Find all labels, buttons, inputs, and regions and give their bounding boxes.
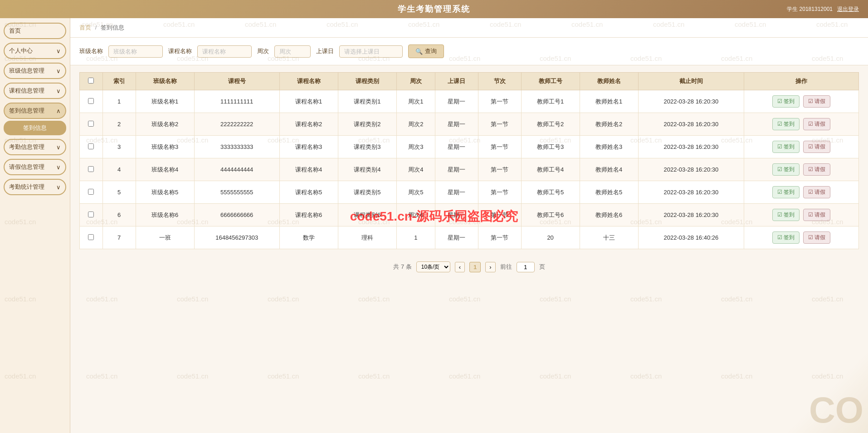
col-class-name: 班级名称 (136, 73, 194, 90)
week-search-input[interactable] (274, 45, 311, 58)
row-index: 1 (102, 90, 136, 113)
row-checkbox[interactable] (80, 181, 103, 204)
col-action: 操作 (744, 73, 858, 90)
sidebar-item-class: 班级信息管理 ∨ (4, 63, 66, 79)
row-actions: ☑ 签到 ☑ 请假 (744, 204, 858, 226)
row-week: 周次3 (396, 136, 435, 158)
class-search-label: 班级名称 (79, 47, 103, 55)
next-page-button[interactable]: › (485, 262, 495, 272)
row-course-type: 课程类别3 (338, 136, 396, 158)
page-size-select[interactable]: 10条/页 20条/页 50条/页 (416, 261, 450, 272)
col-checkbox (80, 73, 103, 90)
home-button[interactable]: 首页 (4, 23, 66, 39)
row-teacher-name: 教师姓名3 (580, 136, 638, 158)
table-area: 索引 班级名称 课程号 课程名称 课程类别 周次 上课日 节次 教师工号 教师姓… (70, 65, 868, 256)
leave-button[interactable]: ☑ 请假 (803, 209, 830, 221)
row-checkbox[interactable] (80, 113, 103, 136)
row-class-name: 班级名称1 (136, 90, 194, 113)
checkin-sub-button[interactable]: 签到信息 (4, 121, 66, 135)
col-index: 索引 (102, 73, 136, 90)
attendance-info-button[interactable]: 考勤信息管理 ∨ (4, 139, 66, 155)
leave-button[interactable]: ☑ 请假 (803, 118, 830, 130)
row-select-checkbox[interactable] (88, 143, 94, 149)
course-name-search-input[interactable] (197, 45, 252, 58)
leave-button[interactable]: ☑ 请假 (803, 95, 830, 108)
username: 学生 20181312001 (787, 5, 833, 13)
row-checkbox[interactable] (80, 204, 103, 226)
signin-button[interactable]: ☑ 签到 (772, 141, 800, 153)
col-deadline: 截止时间 (638, 73, 744, 90)
sidebar: 首页 个人中心 ∨ 班级信息管理 ∨ 课程信息管理 ∨ 签到信息管理 (0, 18, 70, 433)
course-info-button[interactable]: 课程信息管理 ∨ (4, 83, 66, 99)
row-select-checkbox[interactable] (88, 189, 94, 195)
goto-page-input[interactable] (517, 262, 535, 272)
leave-info-button[interactable]: 请假信息管理 ∨ (4, 159, 66, 175)
app-title: 学生考勤管理系统 (398, 4, 470, 15)
select-all-checkbox[interactable] (88, 78, 94, 84)
leave-button[interactable]: ☑ 请假 (803, 231, 830, 244)
table-row: 1 班级名称1 1111111111 课程名称1 课程类别1 周次1 星期一 第… (80, 90, 859, 113)
row-teacher-no: 教师工号4 (521, 158, 580, 181)
leave-button[interactable]: ☑ 请假 (803, 186, 830, 198)
breadcrumb-home[interactable]: 首页 (79, 24, 91, 31)
row-teacher-name: 教师姓名6 (580, 204, 638, 226)
sidebar-item-attendance: 考勤信息管理 ∨ (4, 139, 66, 155)
leave-button[interactable]: ☑ 请假 (803, 141, 830, 153)
row-checkbox[interactable] (80, 158, 103, 181)
date-search-label: 上课日 (316, 47, 334, 55)
sidebar-item-stats: 考勤统计管理 ∨ (4, 179, 66, 195)
goto-label: 前往 (500, 263, 512, 271)
chevron-down-icon: ∨ (56, 88, 61, 94)
chevron-down-icon: ∨ (56, 144, 61, 151)
row-select-checkbox[interactable] (88, 121, 94, 127)
prev-page-button[interactable]: ‹ (455, 262, 465, 272)
row-teacher-no: 教师工号2 (521, 113, 580, 136)
row-select-checkbox[interactable] (88, 212, 94, 217)
col-teacher-name: 教师姓名 (580, 73, 638, 90)
class-info-button[interactable]: 班级信息管理 ∨ (4, 63, 66, 79)
table-row: 6 班级名称6 6666666666 课程名称6 课程类别6 周次6 星期一 第… (80, 204, 859, 226)
checkin-sub-menu: 签到信息 (4, 121, 66, 135)
row-course-type: 课程类别4 (338, 158, 396, 181)
breadcrumb: 首页 / 签到信息 (70, 18, 868, 38)
row-class-name: 一班 (136, 226, 194, 249)
signin-button[interactable]: ☑ 签到 (772, 209, 800, 221)
row-checkbox[interactable] (80, 226, 103, 249)
table-row: 5 班级名称5 5555555555 课程名称5 课程类别5 周次5 星期一 第… (80, 181, 859, 204)
breadcrumb-separator: / (95, 24, 98, 31)
class-search-input[interactable] (108, 45, 163, 58)
row-select-checkbox[interactable] (88, 166, 94, 172)
sidebar-item-checkin: 签到信息管理 ∧ 签到信息 (4, 103, 66, 135)
row-deadline: 2022-03-28 16:20:30 (638, 158, 744, 181)
row-course-no: 3333333333 (194, 136, 279, 158)
row-checkbox[interactable] (80, 136, 103, 158)
header: 学生考勤管理系统 学生 20181312001 退出登录 (0, 0, 868, 18)
checkin-info-button[interactable]: 签到信息管理 ∧ (4, 103, 66, 119)
signin-button[interactable]: ☑ 签到 (772, 163, 800, 176)
table-row: 3 班级名称3 3333333333 课程名称3 课程类别3 周次3 星期一 第… (80, 136, 859, 158)
leave-button[interactable]: ☑ 请假 (803, 163, 830, 176)
signin-button[interactable]: ☑ 签到 (772, 186, 800, 198)
signin-button[interactable]: ☑ 签到 (772, 95, 800, 108)
signin-button[interactable]: ☑ 签到 (772, 118, 800, 130)
date-search-input[interactable] (339, 45, 403, 58)
row-select-checkbox[interactable] (88, 98, 94, 104)
row-week: 周次1 (396, 90, 435, 113)
row-index: 3 (102, 136, 136, 158)
row-teacher-no: 20 (521, 226, 580, 249)
personal-center-button[interactable]: 个人中心 ∨ (4, 43, 66, 59)
row-course-name: 数学 (279, 226, 338, 249)
row-deadline: 2022-03-28 16:20:30 (638, 90, 744, 113)
attendance-stats-button[interactable]: 考勤统计管理 ∨ (4, 179, 66, 195)
row-deadline: 2022-03-28 16:40:26 (638, 226, 744, 249)
signin-button[interactable]: ☑ 签到 (772, 231, 800, 244)
chevron-down-icon: ∨ (56, 68, 61, 74)
row-select-checkbox[interactable] (88, 234, 94, 240)
row-checkbox[interactable] (80, 90, 103, 113)
total-count: 共 7 条 (393, 263, 411, 271)
search-button[interactable]: 🔍 查询 (408, 44, 444, 58)
logout-button[interactable]: 退出登录 (837, 5, 859, 13)
sidebar-item-course: 课程信息管理 ∨ (4, 83, 66, 99)
row-actions: ☑ 签到 ☑ 请假 (744, 136, 858, 158)
row-course-name: 课程名称4 (279, 158, 338, 181)
